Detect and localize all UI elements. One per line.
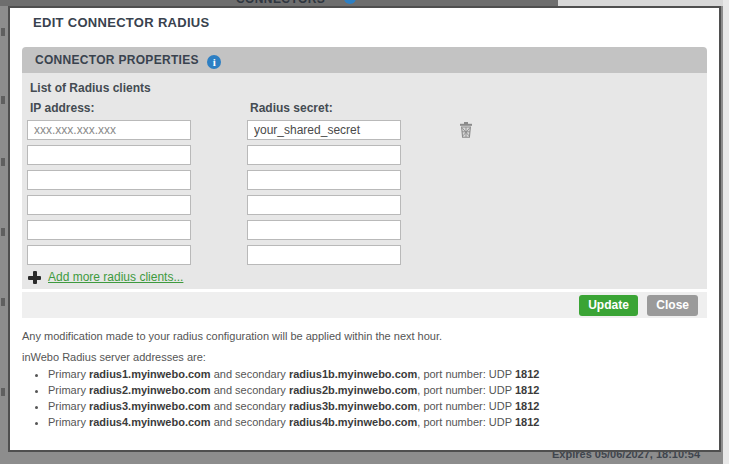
- radius-client-row: [27, 145, 699, 165]
- radius-secret-label: Radius secret:: [250, 101, 333, 115]
- radius-secret-input[interactable]: [247, 145, 401, 165]
- ip-address-input[interactable]: [27, 245, 191, 265]
- screen: { "backdrop": { "top_fragment": "CONNECT…: [0, 0, 729, 464]
- radius-secret-input[interactable]: [247, 170, 401, 190]
- ip-address-label: IP address:: [30, 101, 94, 115]
- server-list-item: Primary radius1.myinwebo.com and seconda…: [48, 368, 694, 381]
- plus-icon: [28, 271, 41, 284]
- dialog-title: EDIT CONNECTOR RADIUS: [33, 15, 210, 30]
- server-list-item: Primary radius4.myinwebo.com and seconda…: [48, 416, 694, 429]
- add-more-radius-clients-link[interactable]: Add more radius clients...: [48, 270, 183, 284]
- backdrop-artifact: [1, 28, 5, 36]
- ip-address-input[interactable]: [27, 220, 191, 240]
- radius-clients-list-label: List of Radius clients: [30, 81, 699, 95]
- radius-client-row: [27, 170, 699, 190]
- servers-intro: inWebo Radius server addresses are:: [22, 351, 694, 363]
- add-clients-row: Add more radius clients...: [28, 270, 699, 284]
- panel-header-label: CONNECTOR PROPERTIES: [35, 53, 199, 67]
- backdrop-right-edge: [723, 0, 729, 464]
- backdrop-artifact: [1, 388, 5, 396]
- connector-properties-panel: CONNECTOR PROPERTIES i List of Radius cl…: [22, 47, 707, 289]
- radius-client-row: [27, 195, 699, 215]
- radius-client-row: [27, 120, 699, 140]
- delete-row-trash-icon[interactable]: [459, 122, 473, 142]
- ip-address-input[interactable]: [27, 145, 191, 165]
- backdrop-artifact: [1, 228, 5, 236]
- dialog-footer: Any modification made to your radius con…: [22, 330, 694, 432]
- radius-client-row: [27, 220, 699, 240]
- edit-connector-radius-dialog: EDIT CONNECTOR RADIUS CONNECTOR PROPERTI…: [8, 6, 721, 452]
- ip-address-input[interactable]: [27, 170, 191, 190]
- radius-client-row: [27, 245, 699, 265]
- server-list-item: Primary radius2.myinwebo.com and seconda…: [48, 384, 694, 397]
- modification-note: Any modification made to your radius con…: [22, 330, 694, 342]
- panel-body: List of Radius clients IP address: Radiu…: [22, 73, 707, 289]
- backdrop-artifact: [1, 158, 5, 166]
- radius-secret-input[interactable]: [247, 195, 401, 215]
- server-list-item: Primary radius3.myinwebo.com and seconda…: [48, 400, 694, 413]
- panel-header: CONNECTOR PROPERTIES i: [22, 47, 707, 73]
- radius-secret-input[interactable]: [247, 120, 401, 140]
- dialog-button-bar: Update Close: [22, 292, 707, 318]
- info-icon: [344, 0, 356, 4]
- update-button[interactable]: Update: [579, 295, 638, 316]
- server-list: Primary radius1.myinwebo.com and seconda…: [30, 368, 694, 429]
- info-icon[interactable]: i: [207, 55, 221, 69]
- ip-address-input[interactable]: [27, 195, 191, 215]
- radius-secret-input[interactable]: [247, 220, 401, 240]
- close-button[interactable]: Close: [647, 295, 698, 316]
- backdrop-artifact: [1, 298, 5, 306]
- radius-secret-input[interactable]: [247, 245, 401, 265]
- ip-address-input[interactable]: [27, 120, 191, 140]
- column-labels: IP address: Radius secret:: [27, 101, 699, 116]
- backdrop-artifact: [1, 96, 5, 104]
